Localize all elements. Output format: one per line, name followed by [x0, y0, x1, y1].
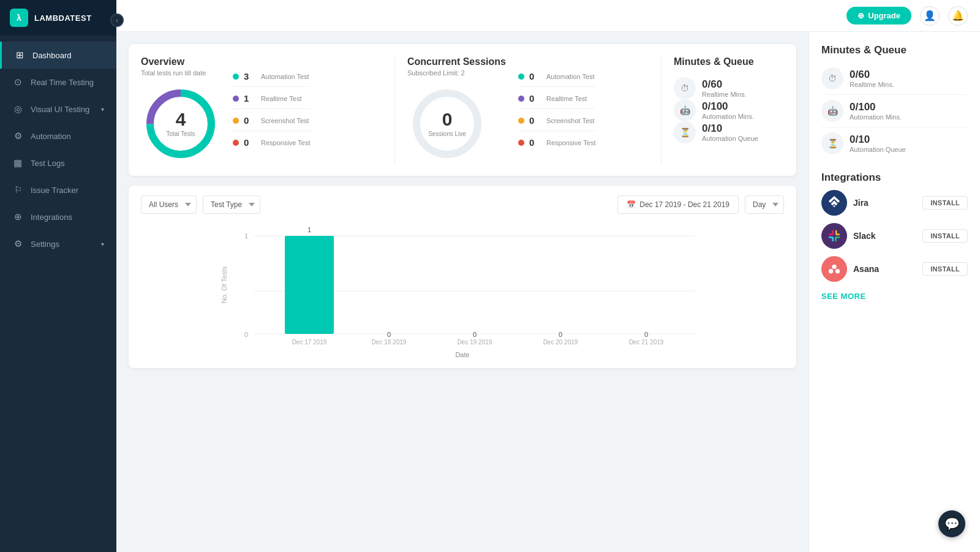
stat-value: 1	[244, 93, 256, 104]
integrations-icon: ⊕	[12, 211, 23, 222]
sidebar-item-issuetracker[interactable]: ⚐ Issue Tracker	[0, 176, 116, 203]
svg-text:Dec 20 2019: Dec 20 2019	[543, 339, 578, 346]
sidebar-label-settings: Settings	[31, 240, 59, 249]
sidebar-toggle-button[interactable]: ‹	[110, 13, 124, 27]
svg-text:0: 0	[473, 331, 477, 338]
notifications-button[interactable]: 🔔	[948, 6, 968, 26]
stat-value: 0	[244, 115, 256, 126]
minutes-right-value: 0/10	[850, 134, 906, 146]
overview-stat-item: 3 Automation Test	[233, 71, 311, 87]
svg-text:0: 0	[644, 331, 648, 338]
users-filter-select[interactable]: All Users	[141, 195, 197, 214]
overview-subtitle: Total tests run till date	[141, 69, 221, 77]
content-area: Overview Total tests run till date	[116, 32, 980, 552]
asana-install-button[interactable]: INSTALL	[922, 262, 968, 276]
sidebar-label-integrations: Integrations	[31, 213, 72, 222]
sidebar-label-issuetracker: Issue Tracker	[31, 186, 78, 195]
minutes-right-info: 0/10 Automation Queue	[850, 134, 906, 153]
upgrade-button[interactable]: ⊕ Upgrade	[846, 7, 911, 25]
svg-text:0: 0	[244, 331, 248, 338]
upgrade-label: Upgrade	[868, 11, 900, 20]
asana-info: Asana	[853, 264, 916, 274]
sidebar-item-dashboard[interactable]: ⊞ Dashboard	[0, 42, 116, 69]
issuetracker-icon: ⚐	[12, 184, 23, 195]
minutes-right-value: 0/100	[850, 101, 902, 113]
minutes-item: 🤖 0/100 Automation Mins.	[674, 99, 784, 121]
stat-value: 0	[529, 93, 541, 104]
svg-text:0: 0	[559, 331, 562, 338]
minutes-info: 0/10 Automation Queue	[702, 123, 758, 142]
minutes-items: ⏱ 0/60 Realtime Mins. 🤖 0/100 Automation…	[674, 77, 784, 143]
sidebar-item-realtime[interactable]: ⊙ Real Time Testing	[0, 69, 116, 96]
slack-name: Slack	[853, 231, 916, 241]
concurrent-subtitle: Subscribed Limit: 2	[407, 69, 506, 77]
sessions-live-label: Sessions Live	[428, 130, 466, 137]
sidebar-label-automation: Automation	[31, 132, 71, 141]
stat-name: Realtime Test	[546, 95, 587, 102]
stat-value: 0	[529, 71, 541, 81]
sessions-live-value: 0	[428, 110, 466, 129]
stat-name: Screenshot Test	[546, 117, 595, 124]
realtime-icon: ⊙	[12, 77, 23, 88]
minutes-right-title: Minutes & Queue	[821, 44, 968, 56]
minutes-right-icon: 🤖	[821, 100, 843, 122]
stat-name: Realtime Test	[261, 95, 301, 102]
total-tests-label: Total Tests	[166, 130, 195, 137]
minutes-right-info: 0/100 Automation Mins.	[850, 101, 902, 121]
main-content: ⊕ Upgrade 👤 🔔 Overview Total tests run t…	[116, 0, 980, 552]
stat-dot	[518, 96, 524, 102]
minutes-label: Automation Queue	[702, 135, 758, 142]
minutes-right-item: ⏳ 0/10 Automation Queue	[821, 127, 968, 159]
concurrent-section: Concurrent Sessions Subscribed Limit: 2 …	[395, 56, 662, 164]
sidebar-item-integrations[interactable]: ⊕ Integrations	[0, 203, 116, 230]
overview-section: Overview Total tests run till date	[141, 56, 395, 164]
test-type-filter-select[interactable]: Test Type	[203, 195, 260, 214]
jira-install-button[interactable]: INSTALL	[922, 196, 968, 210]
chart-controls: All Users Test Type 📅 Dec 17 2019 - Dec …	[141, 195, 784, 214]
svg-rect-27	[832, 237, 834, 241]
concurrent-title: Concurrent Sessions	[407, 56, 506, 67]
donut-center: 4 Total Tests	[166, 110, 195, 137]
period-select[interactable]: Day	[745, 195, 784, 214]
stat-dot	[233, 74, 239, 80]
minutes-right-items: ⏱ 0/60 Realtime Mins. 🤖 0/100 Automation…	[821, 62, 968, 159]
user-avatar-button[interactable]: 👤	[920, 6, 940, 26]
date-range-label: Dec 17 2019 - Dec 21 2019	[639, 200, 729, 209]
bar-dec17	[285, 236, 334, 334]
concurrent-stat-item: 0 Automation Test	[518, 71, 596, 87]
minutes-section-inline: Minutes & Queue ⏱ 0/60 Realtime Mins. 🤖 …	[662, 56, 784, 164]
slack-install-button[interactable]: INSTALL	[922, 229, 968, 243]
svg-text:Dec 21 2019: Dec 21 2019	[629, 339, 664, 346]
minutes-info: 0/60 Realtime Mins.	[702, 78, 747, 98]
minutes-label: Automation Mins.	[702, 113, 754, 120]
sidebar-item-settings[interactable]: ⚙ Settings ▾	[0, 230, 116, 257]
overview-stats-list: 3 Automation Test 1 Realtime Test 0 Scre…	[233, 71, 311, 153]
ring-chart: 0 Sessions Live	[407, 84, 487, 164]
svg-text:1: 1	[307, 226, 311, 233]
minutes-right-value: 0/60	[850, 69, 894, 81]
minutes-right-label: Realtime Mins.	[850, 81, 894, 88]
dashboard-icon: ⊞	[14, 50, 25, 61]
donut-chart: 4 Total Tests	[141, 84, 221, 164]
automation-icon: ⚙	[12, 130, 23, 142]
svg-rect-23	[835, 236, 840, 238]
chat-button[interactable]: 💬	[938, 510, 965, 537]
minutes-right-icon: ⏳	[821, 132, 843, 154]
jira-info: Jira	[853, 198, 916, 208]
minutes-title: Minutes & Queue	[674, 56, 784, 67]
chart-section: All Users Test Type 📅 Dec 17 2019 - Dec …	[129, 186, 796, 368]
minutes-icon: ⏱	[674, 77, 696, 99]
chevron-icon: ▾	[101, 241, 104, 248]
jira-logo	[821, 190, 847, 216]
calendar-icon: 📅	[627, 200, 636, 209]
bar-chart-svg: 1 0 No. Of Tests 1 Dec 17 2019 0 Dec 18 …	[141, 224, 784, 346]
sidebar-item-testlogs[interactable]: ▦ Test Logs	[0, 149, 116, 176]
sidebar-label-testlogs: Test Logs	[31, 159, 65, 168]
sidebar-item-automation[interactable]: ⚙ Automation	[0, 123, 116, 149]
sidebar-item-visual[interactable]: ◎ Visual UI Testing ▾	[0, 96, 116, 123]
see-more-link[interactable]: SEE MORE	[821, 292, 866, 301]
svg-text:Dec 19 2019: Dec 19 2019	[458, 339, 492, 346]
slack-info: Slack	[853, 231, 916, 241]
date-range-button[interactable]: 📅 Dec 17 2019 - Dec 21 2019	[617, 195, 739, 214]
visual-icon: ◎	[12, 104, 23, 115]
